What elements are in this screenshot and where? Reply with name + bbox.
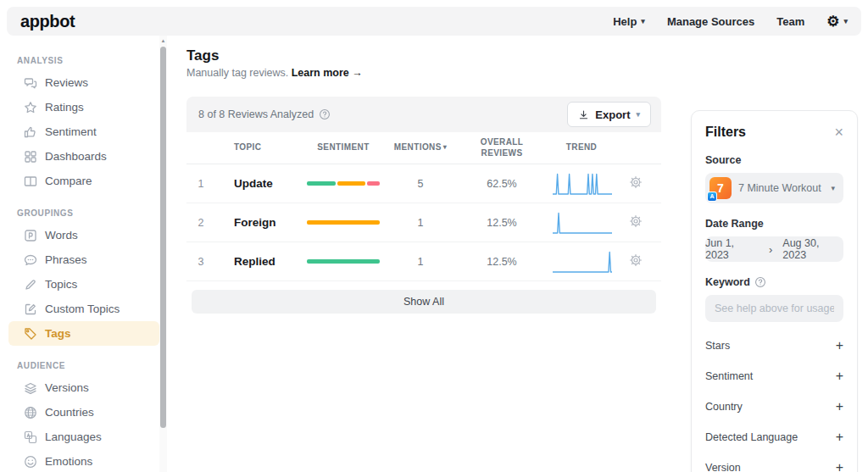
section-title-groupings: GROUPINGS	[17, 208, 167, 218]
source-select[interactable]: 7 A 7 Minute Workout ▾	[705, 173, 843, 203]
mentions-value: 1	[390, 256, 451, 268]
keyword-input[interactable]	[705, 295, 843, 322]
topic-link[interactable]: Foreign	[215, 216, 297, 229]
date-range-label: Date Range	[705, 218, 843, 230]
layers-icon	[24, 381, 37, 395]
thumbs-up-icon	[24, 125, 37, 139]
overall-reviews-value: 12.5%	[451, 217, 553, 229]
plus-icon: +	[836, 369, 843, 384]
navbar-menu: Help ▾ Manage Sources Team ⚙ ▾	[613, 14, 848, 29]
chevron-down-icon: ▾	[831, 184, 835, 192]
app-icon: 7 A	[709, 177, 732, 199]
table-row: 2 Foreign 1 12.5%	[186, 203, 661, 242]
tag-icon	[24, 327, 37, 341]
sentiment-bar	[307, 181, 380, 186]
sentiment-bar	[307, 220, 380, 225]
row-settings-gear-icon[interactable]	[629, 175, 643, 189]
sidebar-item-custom-topics[interactable]: Custom Topics	[8, 297, 159, 321]
trend-sparkline	[553, 173, 612, 195]
sidebar-item-compare[interactable]: Compare	[8, 169, 159, 193]
nav-manage-sources[interactable]: Manage Sources	[667, 15, 754, 28]
help-circle-icon[interactable]	[319, 108, 331, 120]
plus-icon: +	[836, 338, 843, 353]
row-index: 1	[186, 178, 215, 190]
col-mentions-sort[interactable]: MENTIONS▾	[390, 142, 451, 153]
filter-section-country[interactable]: Country +	[705, 391, 843, 422]
close-icon[interactable]: ×	[834, 125, 843, 140]
app-store-badge-icon: A	[707, 192, 717, 202]
plus-icon: +	[836, 399, 843, 414]
scroll-up-icon[interactable]: ▲	[159, 38, 167, 43]
overall-reviews-value: 62.5%	[451, 178, 553, 190]
date-end: Aug 30, 2023	[782, 237, 843, 261]
sidebar-item-ratings[interactable]: Ratings	[8, 95, 159, 119]
reviews-analyzed-status: 8 of 8 Reviews Analyzed	[198, 108, 331, 120]
sidebar-scrollbar[interactable]: ▲	[159, 36, 167, 472]
date-range-picker[interactable]: Jun 1, 2023 › Aug 30, 2023	[705, 236, 843, 262]
row-index: 2	[186, 217, 215, 229]
row-settings-gear-icon[interactable]	[629, 253, 643, 267]
page-subtitle: Manually tag reviews. Learn more →	[186, 67, 663, 79]
row-settings-gear-icon[interactable]	[629, 214, 643, 228]
row-index: 3	[186, 256, 215, 268]
keyword-label: Keyword	[705, 276, 750, 288]
sidebar-item-tags[interactable]: Tags	[8, 321, 159, 346]
nav-settings-menu[interactable]: ⚙ ▾	[826, 14, 848, 29]
sidebar-item-dashboards[interactable]: Dashboards	[8, 144, 159, 169]
section-title-analysis: ANALYSIS	[17, 56, 167, 65]
nav-team[interactable]: Team	[776, 15, 804, 28]
main-content: Tags Manually tag reviews. Learn more → …	[186, 47, 663, 320]
export-button[interactable]: Export ▾	[567, 102, 651, 127]
filters-title: Filters	[705, 125, 746, 140]
chevron-down-icon: ▾	[641, 17, 645, 25]
help-circle-icon[interactable]	[754, 276, 766, 288]
reviews-icon	[24, 76, 37, 90]
star-icon	[24, 101, 37, 114]
overall-reviews-value: 12.5%	[451, 256, 553, 268]
filter-section-version[interactable]: Version +	[705, 453, 843, 472]
download-icon	[578, 109, 589, 120]
sort-caret-icon: ▾	[443, 143, 447, 151]
topic-link[interactable]: Replied	[215, 255, 297, 268]
filter-section-detected-language[interactable]: Detected Language +	[705, 422, 843, 453]
chevron-down-icon: ▾	[636, 110, 640, 119]
sidebar-item-sentiment[interactable]: Sentiment	[8, 119, 159, 144]
col-overall-reviews: OVERALL REVIEWS	[451, 137, 553, 158]
sidebar: ANALYSIS Reviews Ratings Sentiment Dashb…	[0, 36, 167, 472]
plus-icon: +	[836, 460, 843, 472]
page-title: Tags	[186, 47, 663, 64]
filters-panel: Filters × Source 7 A 7 Minute Workout ▾ …	[691, 110, 858, 472]
app-logo[interactable]: appbot	[20, 12, 75, 31]
scrollbar-thumb[interactable]	[160, 47, 166, 428]
sidebar-item-reviews[interactable]: Reviews	[8, 70, 159, 95]
columns-icon	[24, 175, 37, 188]
filter-section-sentiment[interactable]: Sentiment +	[705, 361, 843, 391]
word-icon	[24, 229, 37, 242]
translate-icon	[24, 430, 37, 444]
learn-more-link[interactable]: Learn more →	[292, 67, 363, 79]
top-navbar: appbot Help ▾ Manage Sources Team ⚙ ▾	[7, 7, 861, 36]
pen-icon	[24, 278, 37, 292]
sidebar-item-countries[interactable]: Countries	[8, 400, 159, 425]
plus-icon: +	[836, 430, 843, 445]
sidebar-item-languages[interactable]: Languages	[8, 425, 159, 449]
sentiment-bar	[307, 259, 380, 264]
speech-bubble-icon	[24, 253, 37, 267]
topic-link[interactable]: Update	[215, 177, 297, 190]
col-sentiment: SENTIMENT	[297, 142, 390, 153]
sidebar-item-phrases[interactable]: Phrases	[8, 247, 159, 272]
trend-sparkline	[553, 212, 612, 234]
sidebar-item-topics[interactable]: Topics	[8, 272, 159, 297]
sidebar-item-words[interactable]: Words	[8, 223, 159, 247]
panel-header: 8 of 8 Reviews Analyzed Export ▾	[186, 97, 661, 132]
col-trend: TREND	[553, 142, 610, 153]
source-value: 7 Minute Workout	[738, 182, 824, 194]
sidebar-item-emotions[interactable]: Emotions	[8, 449, 159, 472]
mentions-value: 1	[390, 217, 451, 229]
col-topic: TOPIC	[215, 142, 297, 153]
filter-section-stars[interactable]: Stars +	[705, 330, 843, 361]
nav-help-menu[interactable]: Help ▾	[613, 15, 645, 28]
show-all-button[interactable]: Show All	[192, 290, 656, 314]
chevron-right-icon: ›	[769, 243, 772, 256]
sidebar-item-versions[interactable]: Versions	[8, 375, 159, 400]
